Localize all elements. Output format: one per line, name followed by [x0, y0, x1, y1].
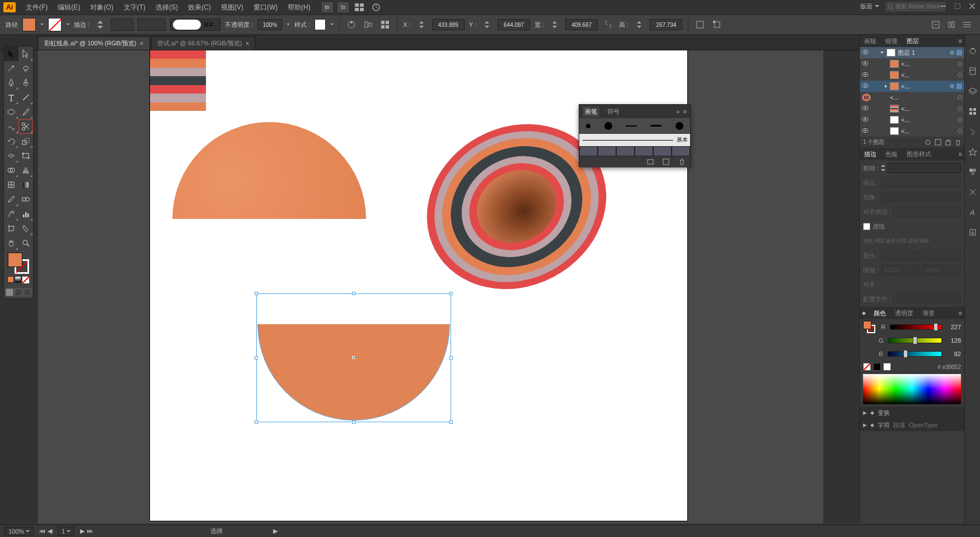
prev-artboard-icon[interactable]: ◀ [48, 527, 52, 535]
stroke-weight-stepper[interactable] [94, 18, 106, 31]
resize-handle-nw[interactable] [255, 292, 258, 295]
first-artboard-icon[interactable]: ⏮ [39, 527, 45, 535]
none-mode-swatch[interactable] [22, 276, 30, 284]
menu-help[interactable]: 帮助(H) [283, 1, 315, 14]
variable-width-profile[interactable] [138, 18, 166, 31]
status-arrow-icon[interactable]: ▶ [273, 527, 278, 535]
transform-icon[interactable] [379, 18, 391, 31]
opacity-input[interactable] [257, 19, 282, 30]
scale-tool[interactable] [18, 134, 33, 148]
zoom-tool[interactable] [18, 236, 33, 250]
height-input[interactable] [650, 19, 682, 30]
layer-item[interactable]: <... [860, 103, 964, 114]
menu-effect[interactable]: 效果(C) [184, 1, 215, 14]
brush-definition[interactable]: 基本 [170, 18, 221, 31]
color-tab[interactable]: 颜色 [871, 308, 888, 319]
curvature-tool[interactable] [18, 76, 33, 90]
shaper-tool[interactable] [4, 119, 18, 134]
expand-icon[interactable] [880, 50, 884, 55]
graphic-styles-icon[interactable] [968, 187, 978, 197]
resize-handle-s[interactable] [352, 421, 355, 424]
libraries-icon[interactable] [968, 66, 978, 76]
menu-view[interactable]: 视图(V) [217, 1, 248, 14]
search-stock-input[interactable]: 搜索 Adobe Stock [885, 1, 946, 12]
h-stepper[interactable] [633, 18, 645, 31]
y-stepper[interactable] [481, 18, 493, 31]
slice-tool[interactable] [18, 221, 33, 236]
panel-menu-icon[interactable]: ≡ [959, 310, 962, 316]
appearance-icon[interactable] [968, 167, 978, 177]
menu-window[interactable]: 窗口(W) [249, 1, 282, 14]
close-tab-icon[interactable]: × [245, 40, 249, 48]
transparency-tab[interactable]: 透明度 [893, 308, 916, 319]
center-anchor[interactable] [352, 356, 355, 359]
maximize-button[interactable] [953, 2, 962, 10]
paragraph-tab[interactable]: 段落 [893, 421, 906, 429]
black-swatch[interactable] [873, 363, 881, 371]
panel-menu-icon[interactable] [961, 18, 973, 31]
transform-panel-collapsed[interactable]: ▶◆变换 [860, 407, 964, 419]
chevron-down-icon[interactable] [40, 24, 44, 26]
document-tab-1[interactable]: 彩虹线条.ai* @ 100% (RGB/预览) × [38, 36, 150, 50]
green-slider[interactable] [888, 338, 942, 343]
close-button[interactable] [968, 2, 977, 10]
draw-behind[interactable] [15, 288, 22, 296]
brush-thumbnails[interactable] [579, 146, 690, 156]
layer-item[interactable]: <... [860, 125, 964, 137]
panel-menu-icon[interactable]: ≡ [959, 38, 962, 44]
width-input[interactable] [565, 19, 598, 30]
stroke-swatch[interactable] [48, 18, 62, 31]
stock-icon[interactable]: St [337, 2, 349, 12]
layer-item[interactable]: <... [860, 114, 964, 125]
canvas-area[interactable] [38, 50, 823, 524]
panel-menu-icon[interactable]: ≡ [683, 108, 687, 115]
layers-tab[interactable]: 图层 [904, 36, 921, 46]
stroke-tab[interactable]: 描边 [862, 149, 879, 160]
menu-edit[interactable]: 编辑(E) [53, 1, 85, 14]
last-artboard-icon[interactable]: ⏭ [87, 527, 93, 535]
align-icon[interactable] [362, 18, 374, 31]
workspace-switcher[interactable]: 版面 [860, 2, 879, 11]
minimize-button[interactable] [939, 2, 948, 10]
visibility-icon[interactable] [862, 49, 869, 56]
stroke-weight-dd[interactable] [888, 163, 961, 173]
menu-type[interactable]: 文字(T) [119, 1, 150, 14]
gradient-mode-swatch[interactable] [15, 276, 21, 283]
document-tab-2[interactable]: 尝试.ai* @ 66.67% (RGB/预览) × [151, 36, 256, 50]
new-sublayer-icon[interactable] [935, 139, 941, 146]
shape-2-icon[interactable] [711, 18, 723, 31]
layer-item[interactable]: <... [860, 92, 964, 103]
panel-menu-icon[interactable]: ≡ [959, 151, 962, 157]
zoom-dropdown[interactable]: 100% [4, 527, 34, 536]
brush-preset-row[interactable] [579, 118, 690, 134]
column-graph-tool[interactable] [18, 207, 33, 221]
layer-header-row[interactable]: 图层 1 [860, 47, 964, 58]
resize-handle-sw[interactable] [255, 421, 258, 424]
rotate-tool[interactable] [4, 134, 18, 148]
panel-collapse-icon[interactable]: » [676, 108, 679, 115]
artboards-tab[interactable]: 画板 [862, 36, 879, 46]
brush-library-icon[interactable] [644, 156, 657, 168]
dash-checkbox[interactable] [863, 223, 870, 230]
close-tab-icon[interactable]: × [140, 40, 144, 48]
lasso-tool[interactable] [18, 61, 33, 76]
pref-1-icon[interactable] [930, 18, 942, 31]
links-tab[interactable]: 链接 [883, 36, 900, 46]
symbols-icon[interactable] [968, 147, 978, 157]
layers-icon[interactable] [968, 86, 978, 96]
symbol-sprayer-tool[interactable] [4, 207, 18, 221]
chevron-down-icon[interactable] [66, 24, 69, 26]
swatches-icon[interactable] [968, 106, 978, 116]
menu-object[interactable]: 对象(O) [86, 1, 118, 14]
character-panel-collapsed[interactable]: ▶◆ 字符 段落 OpenType [860, 419, 964, 431]
hand-tool[interactable] [4, 236, 18, 250]
layer-item[interactable]: <... [860, 58, 964, 69]
draw-normal[interactable] [6, 288, 13, 296]
new-layer-icon[interactable] [945, 139, 951, 146]
brush-delete-icon[interactable] [676, 156, 688, 168]
graphic-styles-tab[interactable]: 图形样式 [904, 149, 934, 160]
w-stepper[interactable] [548, 18, 561, 31]
resize-handle-e[interactable] [449, 356, 453, 359]
shape-1-icon[interactable] [694, 18, 706, 31]
x-input[interactable] [432, 19, 465, 30]
